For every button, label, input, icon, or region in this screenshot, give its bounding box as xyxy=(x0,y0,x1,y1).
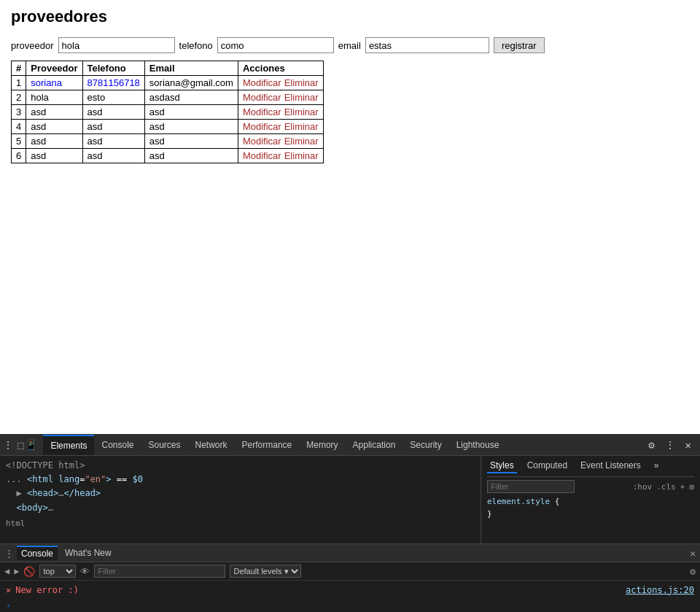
cell-proveedor: asd xyxy=(26,120,82,134)
cell-proveedor: hola xyxy=(26,90,82,105)
tab-sources[interactable]: Sources xyxy=(141,435,188,454)
col-header-proveedor: Proveedor xyxy=(26,61,82,76)
modificar-link[interactable]: Modificar xyxy=(243,92,281,103)
table-header-row: # Proveedor Telefono Email Acciones xyxy=(12,61,324,76)
cell-proveedor: asd xyxy=(26,105,82,120)
modificar-link[interactable]: Modificar xyxy=(243,136,281,147)
cell-telefono: asd xyxy=(82,149,144,163)
tab-memory[interactable]: Memory xyxy=(299,435,345,454)
cell-actions: ModificarEliminar xyxy=(238,134,323,149)
tab-security[interactable]: Security xyxy=(402,435,448,454)
col-header-id: # xyxy=(12,61,26,76)
cell-telefono: asd xyxy=(82,120,144,134)
cell-actions: ModificarEliminar xyxy=(238,76,323,90)
modificar-link[interactable]: Modificar xyxy=(243,150,281,161)
tab-lighthouse[interactable]: Lighthouse xyxy=(449,435,507,454)
devtools-hamburger-icon[interactable]: ⋮ xyxy=(3,439,13,451)
cell-id: 4 xyxy=(12,120,26,134)
cell-email: asd xyxy=(144,134,238,149)
close-icon[interactable]: ✕ xyxy=(682,438,694,452)
cell-proveedor: asd xyxy=(26,134,82,149)
cell-proveedor[interactable]: soriana xyxy=(26,76,82,90)
modificar-link[interactable]: Modificar xyxy=(243,77,281,88)
proveedor-input[interactable] xyxy=(58,37,175,53)
eliminar-link[interactable]: Eliminar xyxy=(284,106,319,117)
devtools-tab-bar: ⋮ ⬚ 📱 Elements Console Sources Network P… xyxy=(0,434,700,453)
email-input[interactable] xyxy=(365,37,489,53)
cell-email: asd xyxy=(144,120,238,134)
cell-email: asd xyxy=(144,105,238,120)
cell-telefono: esto xyxy=(82,90,144,105)
cell-telefono: asd xyxy=(82,134,144,149)
modificar-link[interactable]: Modificar xyxy=(243,121,281,132)
cell-telefono[interactable]: 8781156718 xyxy=(82,76,144,90)
cell-actions: ModificarEliminar xyxy=(238,149,323,163)
eliminar-link[interactable]: Eliminar xyxy=(284,77,319,88)
main-page: proveedores proveedor telefono email reg… xyxy=(0,0,700,453)
cell-actions: ModificarEliminar xyxy=(238,105,323,120)
tab-elements[interactable]: Elements xyxy=(43,435,94,454)
cell-id: 5 xyxy=(12,134,26,149)
devtools-inspect-icon[interactable]: ⬚ xyxy=(18,439,23,451)
more-options-icon[interactable]: ⋮ xyxy=(662,438,678,452)
providers-table: # Proveedor Telefono Email Acciones 1sor… xyxy=(11,61,324,163)
eliminar-link[interactable]: Eliminar xyxy=(284,121,319,132)
cell-telefono: asd xyxy=(82,105,144,120)
table-row: 4asdasdasdModificarEliminar xyxy=(12,120,324,134)
cell-id: 1 xyxy=(12,76,26,90)
devtools-action-icons: ⚙ ⋮ ✕ xyxy=(645,438,697,452)
telefono-label: telefono xyxy=(179,40,213,51)
tab-application[interactable]: Application xyxy=(346,435,403,454)
registrar-button[interactable]: registrar xyxy=(494,37,545,53)
col-header-email: Email xyxy=(144,61,238,76)
modificar-link[interactable]: Modificar xyxy=(243,106,281,117)
tab-network[interactable]: Network xyxy=(188,435,235,454)
col-header-acciones: Acciones xyxy=(238,61,323,76)
cell-actions: ModificarEliminar xyxy=(238,120,323,134)
table-row: 1soriana8781156718soriana@gmail.comModif… xyxy=(12,76,324,90)
table-row: 2holaestoasdasdModificarEliminar xyxy=(12,90,324,105)
email-label: email xyxy=(338,40,361,51)
eliminar-link[interactable]: Eliminar xyxy=(284,92,319,103)
settings-icon[interactable]: ⚙ xyxy=(645,438,657,452)
col-header-telefono: Telefono xyxy=(82,61,144,76)
proveedor-label: proveedor xyxy=(11,40,54,51)
table-row: 6asdasdasdModificarEliminar xyxy=(12,149,324,163)
devtools-device-icon[interactable]: 📱 xyxy=(25,439,37,451)
table-row: 3asdasdasdModificarEliminar xyxy=(12,105,324,120)
eliminar-link[interactable]: Eliminar xyxy=(284,136,319,147)
cell-email: asdasd xyxy=(144,90,238,105)
tab-performance[interactable]: Performance xyxy=(235,435,300,454)
cell-id: 3 xyxy=(12,105,26,120)
cell-id: 6 xyxy=(12,149,26,163)
telefono-input[interactable] xyxy=(217,37,334,53)
table-row: 5asdasdasdModificarEliminar xyxy=(12,134,324,149)
page-title: proveedores xyxy=(11,7,689,26)
cell-actions: ModificarEliminar xyxy=(238,90,323,105)
tab-console[interactable]: Console xyxy=(94,435,141,454)
cell-email: soriana@gmail.com xyxy=(144,76,238,90)
eliminar-link[interactable]: Eliminar xyxy=(284,150,319,161)
cell-email: asd xyxy=(144,149,238,163)
form-row: proveedor telefono email registrar xyxy=(11,37,689,53)
cell-id: 2 xyxy=(12,90,26,105)
cell-proveedor: asd xyxy=(26,149,82,163)
devtools-panel: ⋮ ⬚ 📱 Elements Console Sources Network P… xyxy=(0,434,700,453)
